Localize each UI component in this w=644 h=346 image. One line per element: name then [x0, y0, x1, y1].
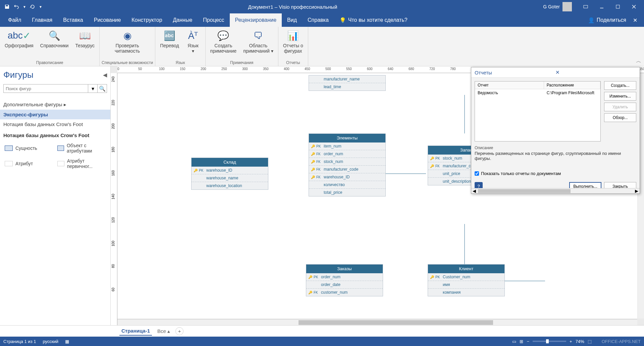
- entity-attribute-row[interactable]: 🔑PKCustomer_num: [428, 273, 504, 281]
- status-language[interactable]: русский: [43, 339, 58, 344]
- zoom-level[interactable]: 74%: [576, 339, 584, 344]
- close-icon[interactable]: [627, 2, 641, 12]
- share-button[interactable]: 👤 Поделиться: [588, 17, 626, 23]
- presentation-mode-icon[interactable]: ▭: [512, 339, 516, 344]
- new-comment-button[interactable]: 💬Создать примечание: [208, 28, 239, 59]
- entity-ent-top[interactable]: manufacturer_namelead_time: [309, 75, 386, 91]
- tab-home[interactable]: Главная: [26, 13, 58, 27]
- report-row[interactable]: Ведомость C:\Program Files\Microsoft: [475, 89, 600, 97]
- delete-report-button[interactable]: Удалить: [604, 103, 636, 111]
- tab-design[interactable]: Конструктор: [126, 13, 167, 27]
- undo-dropdown-icon[interactable]: ▼: [23, 5, 26, 9]
- tell-me[interactable]: 💡 Что вы хотите сделать?: [334, 13, 413, 27]
- entity-attribute-row[interactable]: lead_time: [309, 83, 385, 91]
- attribute-name: unit_description: [443, 179, 471, 184]
- maximize-icon[interactable]: [610, 2, 625, 12]
- entity-attribute-row[interactable]: manufacturer_name: [309, 75, 385, 83]
- zoom-in-icon[interactable]: +: [570, 339, 572, 344]
- add-page-button[interactable]: +: [175, 327, 183, 335]
- research-button[interactable]: 🔍Справочники: [38, 28, 71, 59]
- search-icon[interactable]: 🔍: [98, 84, 107, 93]
- entity-ent-elements[interactable]: Элементы🔑PKitem_num🔑FKorder_num🔑FKstock_…: [309, 133, 386, 196]
- translate-button[interactable]: 🔤Перевод: [157, 28, 181, 59]
- entity-ent-klient[interactable]: Клиент🔑PKCustomer_numимякомпания: [428, 264, 505, 296]
- qat-dropdown-icon[interactable]: ▼: [39, 5, 42, 9]
- entity-attribute-row[interactable]: 🔑PKitem_num: [309, 142, 385, 150]
- page-tab-1[interactable]: Страница-1: [119, 327, 152, 336]
- tab-view[interactable]: Вид: [282, 13, 302, 27]
- entity-attribute-row[interactable]: 🔑PKwarehouse_ID: [192, 167, 268, 174]
- shape-entity-attrs[interactable]: Объект с атрибутами: [56, 141, 107, 155]
- shape-reports-button[interactable]: 📊Отчеты о фигурах: [280, 28, 306, 59]
- comments-pane-button[interactable]: 🗨Область примечаний ▾: [240, 28, 276, 59]
- spelling-button[interactable]: abc✓Орфография: [2, 28, 36, 59]
- tab-insert[interactable]: Вставка: [58, 13, 88, 27]
- entity-ent-sklad[interactable]: Склад🔑PKwarehouse_IDwarehouse_namewareho…: [191, 158, 268, 190]
- entity-attribute-row[interactable]: количество: [309, 181, 385, 189]
- key-type: PK: [314, 275, 320, 279]
- zoom-out-icon[interactable]: −: [527, 339, 529, 344]
- accessibility-button[interactable]: ◉Проверить читаемость: [112, 28, 143, 59]
- attribute-name: количество: [324, 182, 345, 187]
- entity-ent-zakazy[interactable]: Заказы🔑PKorder_numorder_date🔑FKcustomer_…: [306, 264, 383, 296]
- language-icon: Àᵀ: [187, 30, 199, 42]
- fit-page-icon[interactable]: ⬚: [588, 339, 592, 344]
- entity-attribute-row[interactable]: order_date: [306, 281, 383, 289]
- reports-icon: 📊: [287, 30, 299, 42]
- entity-attribute-row[interactable]: warehouse_name: [192, 174, 268, 182]
- key-type: PK: [316, 145, 322, 148]
- shapes-search-input[interactable]: [3, 84, 88, 93]
- tab-data[interactable]: Данные: [168, 13, 198, 27]
- entity-attribute-row[interactable]: компания: [428, 289, 504, 296]
- scrollbar-horizontal[interactable]: [117, 319, 637, 325]
- redo-icon[interactable]: [30, 4, 36, 10]
- entity-attribute-row[interactable]: 🔑FKstock_num: [309, 158, 385, 166]
- tab-process[interactable]: Процесс: [198, 13, 229, 27]
- undo-icon[interactable]: [13, 4, 19, 10]
- create-report-button[interactable]: Создать...: [604, 81, 636, 90]
- key-icon: 🔑: [311, 168, 315, 171]
- entity-attribute-row[interactable]: total_price: [309, 189, 385, 196]
- close-pane-icon[interactable]: ✕: [633, 17, 637, 23]
- ribbon-display-icon[interactable]: [578, 2, 593, 12]
- scrollbar-h-thumb[interactable]: [299, 320, 493, 325]
- tab-review[interactable]: Рецензирование: [230, 13, 282, 27]
- entity-attribute-row[interactable]: 🔑FKorder_num: [309, 150, 385, 158]
- shape-attribute[interactable]: Атрибут: [3, 157, 55, 170]
- entity-attribute-row[interactable]: 🔑FKcustomer_num: [306, 289, 383, 296]
- shapes-collapse-icon[interactable]: ◀: [103, 72, 107, 78]
- edit-report-button[interactable]: Изменить...: [604, 92, 636, 101]
- shape-entity[interactable]: Сущность: [3, 141, 55, 155]
- shape-pk-attribute[interactable]: Атрибут первичног...: [56, 157, 107, 170]
- entity-attribute-row[interactable]: warehouse_location: [192, 182, 268, 189]
- macro-icon[interactable]: ▦: [65, 339, 69, 344]
- reports-list[interactable]: Отчет Расположение Ведомость C:\Program …: [475, 81, 601, 141]
- attribute-name: stock_num: [324, 159, 343, 164]
- only-doc-reports-label: Показать только отчеты по документам: [481, 171, 561, 176]
- tab-help[interactable]: Справка: [302, 13, 334, 27]
- fit-window-icon[interactable]: ⊞: [520, 339, 523, 344]
- pages-all-button[interactable]: Все ▴: [157, 328, 170, 334]
- shapes-category-more[interactable]: Дополнительные фигуры ▸: [0, 100, 110, 110]
- shapes-category-quick[interactable]: Экспресс-фигуры: [0, 110, 110, 119]
- language-button[interactable]: ÀᵀЯзык▾: [183, 28, 203, 59]
- thesaurus-button[interactable]: 📖Тезаурус: [72, 28, 97, 59]
- entity-attribute-row[interactable]: 🔑FKwarehouse_ID: [309, 173, 385, 181]
- shapes-category-crowsfoot[interactable]: Нотация базы данных Crow's Foot: [0, 119, 110, 129]
- entity-attribute-row[interactable]: 🔑PKorder_num: [306, 273, 383, 281]
- collapse-ribbon-icon[interactable]: ︿: [636, 58, 641, 65]
- save-icon[interactable]: [4, 4, 10, 10]
- tab-file[interactable]: Файл: [3, 13, 26, 27]
- zoom-slider[interactable]: [533, 341, 566, 342]
- minimize-icon[interactable]: [594, 2, 609, 12]
- dialog-close-icon[interactable]: ✕: [555, 69, 636, 75]
- tab-draw[interactable]: Рисование: [89, 13, 126, 27]
- shapes-search-dropdown[interactable]: ▾: [88, 84, 98, 93]
- user-account[interactable]: G Goter: [543, 2, 572, 11]
- browse-report-button[interactable]: Обзор...: [604, 113, 636, 122]
- attribute-name: компания: [443, 290, 461, 295]
- entity-attribute-row[interactable]: имя: [428, 281, 504, 289]
- only-doc-reports-checkbox[interactable]: [475, 171, 479, 176]
- entity-attribute-row[interactable]: 🔑FKmanufacturer_code: [309, 166, 385, 173]
- zoom-slider-thumb[interactable]: [546, 339, 549, 343]
